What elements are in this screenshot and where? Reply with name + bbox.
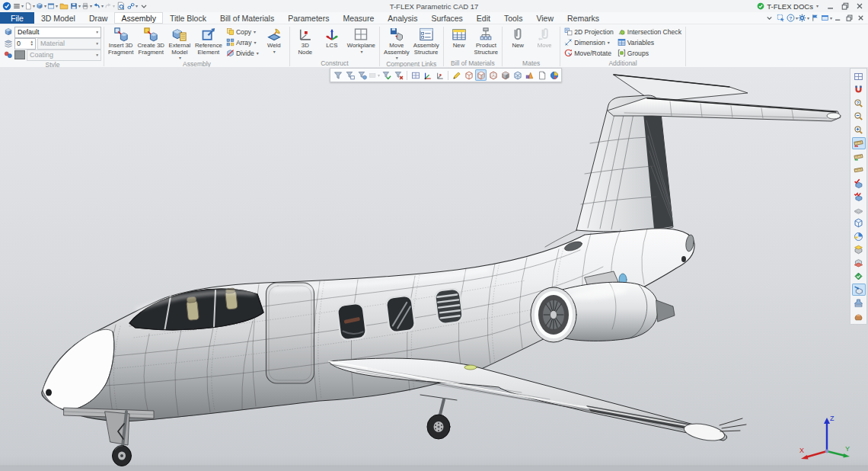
measure-distance-icon[interactable]	[852, 164, 866, 176]
doc-minimize-icon[interactable]	[832, 13, 844, 23]
show-axes-icon[interactable]	[434, 69, 445, 81]
move-assembly-button[interactable]: MoveAssembly▾	[382, 26, 411, 60]
clay-material-icon[interactable]	[852, 310, 866, 322]
select-mode-icon[interactable]	[775, 13, 787, 23]
aircraft-3d-model[interactable]	[0, 67, 868, 471]
hidden-lines-mode-icon[interactable]	[487, 69, 499, 81]
insert-3d-fragment-button[interactable]: Insert 3DFragment	[107, 26, 135, 56]
filter-2d-elements-icon[interactable]	[344, 69, 356, 81]
application-menu-icon[interactable]: ▾	[13, 2, 24, 11]
filter-color-icon[interactable]: ▾	[369, 69, 380, 81]
doc-close-icon[interactable]	[855, 13, 866, 23]
tab-bill-of-materials[interactable]: Bill of Materials	[213, 12, 281, 24]
product-structure-button[interactable]: ProductStructure	[473, 26, 500, 56]
3d-node-button[interactable]: 3DNode	[292, 26, 318, 56]
check-element-icon[interactable]	[852, 177, 866, 189]
tab-surfaces[interactable]: Surfaces	[424, 12, 469, 24]
section-view-icon[interactable]	[852, 230, 866, 242]
window-layout-icon[interactable]: ▾	[821, 13, 832, 23]
shaded-edges-mode-icon[interactable]	[499, 69, 511, 81]
redo-icon[interactable]: ▾	[104, 2, 115, 11]
2d-projection-button[interactable]: 2D Projection	[563, 27, 615, 37]
tab-analysis[interactable]: Analysis	[381, 12, 424, 24]
clip-plane-icon[interactable]	[852, 257, 866, 269]
apply-material-icon[interactable]	[852, 271, 866, 283]
tab-edit[interactable]: Edit	[470, 12, 497, 24]
material-select[interactable]: Material▾	[37, 38, 101, 50]
new-document-icon[interactable]: ▾	[24, 2, 35, 11]
annotations-toggle-icon[interactable]	[524, 69, 535, 81]
scene-settings-icon[interactable]	[548, 69, 560, 81]
move-button[interactable]: Move	[531, 26, 557, 50]
zoom-window-icon[interactable]	[852, 111, 866, 123]
hyperlink-icon[interactable]: ▾	[127, 2, 138, 11]
options-gear-icon[interactable]: ▾	[798, 13, 809, 23]
new-button[interactable]: New	[505, 26, 531, 50]
coating-select[interactable]: Coating▾	[27, 50, 101, 61]
print-icon[interactable]: ▾	[81, 2, 92, 11]
3d-viewport[interactable]: ▾ Z X Y	[0, 67, 868, 471]
check-assembly-icon[interactable]	[852, 191, 866, 203]
groups-button[interactable]: Groups	[616, 48, 683, 58]
open-document-icon[interactable]	[59, 2, 69, 11]
array-button[interactable]: Array▾	[225, 37, 260, 47]
style-select[interactable]: Default▾	[14, 27, 101, 38]
close-button[interactable]	[852, 2, 866, 11]
workplane-button[interactable]: Workplane▾	[346, 26, 377, 54]
help-icon[interactable]: ▾	[787, 13, 798, 23]
drawing-view-icon[interactable]	[536, 69, 547, 81]
zoom-select-icon[interactable]	[852, 97, 866, 109]
customize-quick-access-icon[interactable]	[139, 2, 149, 11]
tab-parameters[interactable]: Parameters	[281, 12, 336, 24]
tab-remarks[interactable]: Remarks	[560, 12, 606, 24]
stamp-icon[interactable]	[852, 297, 866, 309]
shaded-mode-icon[interactable]	[475, 69, 487, 81]
divide-button[interactable]: Divide▾	[225, 48, 260, 58]
filter-clear-icon[interactable]	[393, 69, 404, 81]
new-button[interactable]: New	[446, 26, 472, 50]
minimize-button[interactable]	[823, 2, 838, 11]
new-3d-model-icon[interactable]: ▾	[36, 2, 46, 11]
tab-tools[interactable]: Tools	[497, 12, 530, 24]
restore-button[interactable]	[838, 2, 852, 11]
tflex-docs-button[interactable]: T-FLEX DOCs ▾	[754, 2, 822, 11]
move-component-icon[interactable]	[852, 284, 866, 296]
workplane-on-face-icon[interactable]	[852, 244, 866, 256]
tab-draw[interactable]: Draw	[82, 12, 115, 24]
intersection-check-button[interactable]: Intersection Check	[616, 27, 683, 37]
tab-file[interactable]: File	[0, 12, 34, 24]
copy-button[interactable]: Copy▾	[225, 27, 260, 37]
filter-3d-elements-icon[interactable]	[356, 69, 368, 81]
tab-3d-model[interactable]: 3D Model	[34, 12, 82, 24]
transparent-mode-icon[interactable]	[512, 69, 523, 81]
workplane-view-icon[interactable]	[852, 70, 866, 82]
show-workplanes-icon[interactable]	[410, 69, 421, 81]
new-drawing-icon[interactable]: ▾	[47, 2, 58, 11]
minimize-ribbon-icon[interactable]	[764, 13, 775, 23]
move-rotate-button[interactable]: Move/Rotate	[563, 48, 615, 58]
external-model-button[interactable]: ExternalModel▾	[167, 26, 193, 60]
app-logo-icon[interactable]	[2, 2, 12, 11]
object-snap-icon[interactable]	[852, 84, 866, 96]
color-swatch[interactable]	[14, 50, 25, 59]
dimension-button[interactable]: Dimension▾	[563, 37, 615, 47]
selection-filter-icon[interactable]	[332, 69, 343, 81]
save-icon[interactable]: ▾	[70, 2, 81, 11]
undo-icon[interactable]: ▾	[93, 2, 104, 11]
lcs-button[interactable]: LCS	[319, 26, 345, 50]
create-3d-fragment-button[interactable]: Create 3DFragment	[136, 26, 166, 56]
filter-apply-icon[interactable]	[381, 69, 392, 81]
doc-restore-icon[interactable]	[844, 13, 855, 23]
sketch-mode-icon[interactable]	[451, 69, 462, 81]
weld-button[interactable]: Weld▾	[261, 26, 287, 54]
show-lcs-icon[interactable]	[422, 69, 433, 81]
variables-button[interactable]: Variables	[616, 37, 683, 47]
flag-language-icon[interactable]	[809, 13, 821, 23]
assembly-structure-button[interactable]: AssemblyStructure	[412, 26, 441, 56]
measure-icon[interactable]	[852, 137, 866, 149]
bounding-box-icon[interactable]	[852, 217, 866, 229]
reference-element-button[interactable]: ReferenceElement	[193, 26, 224, 56]
tab-assembly[interactable]: Assembly	[114, 12, 163, 24]
tab-view[interactable]: View	[529, 12, 560, 24]
document-properties-icon[interactable]	[116, 2, 126, 11]
